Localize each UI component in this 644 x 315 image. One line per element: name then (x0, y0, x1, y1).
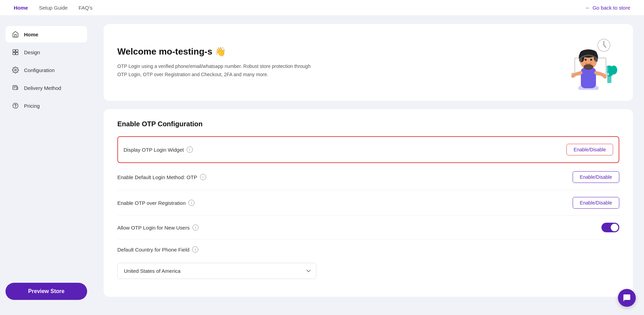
allow-otp-toggle[interactable] (601, 223, 619, 232)
sidebar-item-design-label: Design (24, 49, 40, 55)
default-login-method-info-icon[interactable]: i (200, 174, 206, 180)
nav-home[interactable]: Home (14, 5, 28, 11)
svg-rect-1 (16, 50, 18, 52)
allow-otp-label: Allow OTP Login for New Users i (117, 224, 199, 231)
preview-store-button[interactable]: Preview Store (5, 283, 87, 300)
go-back-link[interactable]: ← Go back to store (585, 5, 630, 11)
otp-registration-label: Enable OTP over Registration i (117, 200, 195, 206)
otp-registration-text: Enable OTP over Registration (117, 200, 186, 206)
config-row-default-country: Default Country for Phone Field i United… (117, 240, 619, 286)
display-otp-widget-info-icon[interactable]: i (187, 147, 193, 153)
nav-links: Home Setup Guide FAQ's (14, 5, 92, 11)
welcome-description: OTP Login using a verified phone/email/w… (117, 62, 316, 79)
go-back-label: Go back to store (593, 5, 630, 11)
config-icon (12, 66, 19, 74)
svg-rect-5 (13, 85, 17, 90)
dropdown-info-icon[interactable]: i (192, 246, 198, 253)
chat-icon (623, 294, 631, 302)
country-dropdown[interactable]: United States of America United Kingdom … (117, 263, 316, 279)
nav-faqs[interactable]: FAQ's (79, 5, 92, 11)
sidebar-item-design[interactable]: Design (5, 44, 87, 60)
allow-otp-info-icon[interactable]: i (192, 224, 199, 231)
allow-otp-text: Allow OTP Login for New Users (117, 225, 190, 231)
otp-registration-button[interactable]: Enable/Disable (573, 197, 619, 209)
default-login-method-label: Enable Default Login Method: OTP i (117, 174, 206, 180)
pricing-icon (12, 102, 19, 109)
sidebar-item-pricing[interactable]: Pricing (5, 97, 87, 114)
config-title: Enable OTP Configuration (117, 120, 619, 128)
layout: Home Design Configuration (0, 16, 644, 310)
display-otp-widget-text: Display OTP Login Widget (124, 147, 184, 153)
go-back-arrow: ← (585, 5, 590, 11)
default-login-method-button[interactable]: Enable/Disable (573, 171, 619, 183)
config-row-display-otp-widget: Display OTP Login Widget i Enable/Disabl… (117, 136, 619, 163)
welcome-text: Welcome mo-testing-s 👋 OTP Login using a… (117, 46, 316, 79)
sidebar-item-pricing-label: Pricing (24, 103, 40, 109)
welcome-illustration (544, 35, 619, 90)
home-icon (12, 31, 19, 38)
dropdown-label: Default Country for Phone Field i (117, 246, 198, 253)
dropdown-label-text: Default Country for Phone Field (117, 247, 189, 253)
config-row-default-login-method: Enable Default Login Method: OTP i Enabl… (117, 164, 619, 190)
svg-rect-2 (13, 52, 15, 55)
sidebar-item-delivery-label: Delivery Method (24, 85, 61, 91)
display-otp-widget-button[interactable]: Enable/Disable (566, 144, 613, 155)
default-login-method-text: Enable Default Login Method: OTP (117, 174, 197, 180)
svg-rect-25 (595, 58, 598, 62)
config-row-allow-otp-new-users: Allow OTP Login for New Users i (117, 216, 619, 240)
svg-rect-0 (13, 50, 15, 52)
svg-point-11 (610, 66, 617, 74)
svg-rect-16 (581, 68, 596, 88)
sidebar-item-delivery-method[interactable]: Delivery Method (5, 80, 87, 96)
design-icon (12, 48, 19, 56)
sidebar-item-configuration[interactable]: Configuration (5, 62, 87, 78)
sidebar-item-configuration-label: Configuration (24, 67, 55, 73)
config-row-otp-registration: Enable OTP over Registration i Enable/Di… (117, 190, 619, 216)
sidebar-item-home[interactable]: Home (5, 26, 87, 43)
otp-registration-info-icon[interactable]: i (188, 200, 195, 206)
welcome-title: Welcome mo-testing-s 👋 (117, 46, 316, 57)
top-nav: Home Setup Guide FAQ's ← Go back to stor… (0, 0, 644, 16)
config-card: Enable OTP Configuration Display OTP Log… (104, 109, 633, 297)
main-content: Welcome mo-testing-s 👋 OTP Login using a… (93, 16, 644, 310)
svg-rect-3 (16, 52, 18, 55)
nav-setup-guide[interactable]: Setup Guide (39, 5, 68, 11)
chat-bubble[interactable] (618, 289, 636, 307)
welcome-card: Welcome mo-testing-s 👋 OTP Login using a… (104, 24, 633, 101)
sidebar: Home Design Configuration (0, 16, 93, 310)
svg-rect-24 (579, 58, 582, 62)
sidebar-item-home-label: Home (24, 32, 38, 37)
delivery-icon (12, 84, 19, 92)
svg-point-4 (15, 69, 16, 71)
svg-point-23 (590, 59, 592, 61)
display-otp-widget-label: Display OTP Login Widget i (124, 147, 193, 153)
wave-emoji: 👋 (215, 46, 226, 57)
svg-point-22 (585, 59, 587, 61)
svg-point-21 (584, 64, 593, 70)
